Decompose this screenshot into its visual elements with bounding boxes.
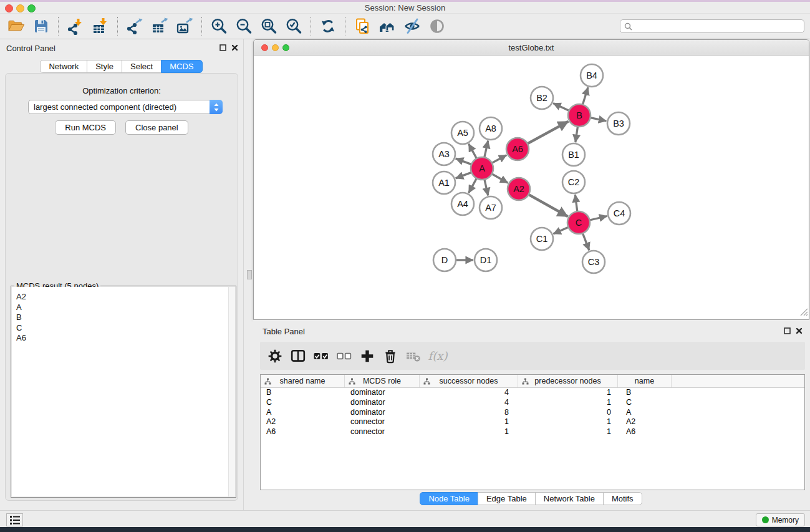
zoom-in-button[interactable] — [206, 16, 231, 37]
table-cell[interactable]: connector — [345, 417, 420, 427]
float-table-panel-icon[interactable] — [784, 327, 791, 334]
graph-node-C[interactable]: C — [567, 211, 590, 234]
result-item-a[interactable]: A — [16, 302, 235, 313]
export-table-button[interactable] — [147, 16, 172, 37]
float-panel-icon[interactable] — [219, 44, 226, 51]
graph-edge-B-B1[interactable] — [576, 127, 578, 142]
close-table-panel-icon[interactable] — [796, 327, 803, 334]
graph-node-C1[interactable]: C1 — [531, 228, 553, 250]
refresh-button[interactable] — [316, 16, 340, 37]
new-network-from-selection-button[interactable] — [350, 16, 375, 37]
table-cell[interactable]: 1 — [518, 388, 618, 398]
network-canvas[interactable]: B4B2BB3A5A8A6B1A3AA1C2A2A4A7C4CC1C3DD1 — [254, 56, 809, 319]
graph-node-B[interactable]: B — [568, 104, 591, 127]
import-table-button[interactable] — [88, 16, 113, 37]
table-cell[interactable]: 1 — [518, 398, 618, 408]
open-session-button[interactable] — [4, 16, 29, 37]
table-cell[interactable]: C — [261, 398, 345, 408]
graph-edge-C-C4[interactable] — [590, 216, 607, 221]
table-cell[interactable]: 1 — [420, 427, 518, 437]
select-all-columns-button[interactable] — [312, 347, 330, 365]
graph-edge-C-C2[interactable] — [575, 195, 577, 211]
graph-node-A1[interactable]: A1 — [433, 172, 455, 194]
delete-table-button[interactable] — [404, 347, 423, 365]
graph-node-B3[interactable]: B3 — [607, 112, 630, 135]
table-cell[interactable]: 4 — [420, 388, 518, 398]
table-cell[interactable]: 1 — [518, 417, 618, 427]
graph-edge-A-A8[interactable] — [485, 141, 488, 158]
tab-network[interactable]: Network — [40, 60, 87, 73]
function-builder-button[interactable]: f(x) — [427, 347, 446, 365]
graph-edge-A-A6[interactable] — [492, 155, 507, 163]
zoom-fit-button[interactable] — [256, 16, 281, 37]
graph-node-B2[interactable]: B2 — [531, 87, 553, 109]
table-row[interactable]: Adominator80A — [261, 408, 804, 418]
tab-select[interactable]: Select — [122, 60, 162, 73]
result-item-b[interactable]: B — [16, 312, 235, 323]
graph-node-A[interactable]: A — [471, 157, 493, 180]
graph-edge-A-A7[interactable] — [485, 180, 488, 196]
table-row[interactable]: A2connector11A2 — [261, 417, 804, 427]
graph-node-A5[interactable]: A5 — [451, 122, 474, 144]
tab-edge-table[interactable]: Edge Table — [478, 492, 536, 505]
table-cell[interactable]: connector — [345, 427, 420, 437]
table-cell[interactable]: dominator — [345, 398, 420, 408]
export-network-button[interactable] — [122, 16, 147, 37]
table-row[interactable]: A6connector11A6 — [261, 427, 804, 437]
table-cell[interactable]: 8 — [420, 408, 518, 418]
graph-node-A7[interactable]: A7 — [480, 196, 502, 219]
graph-edge-A-A2[interactable] — [492, 174, 508, 183]
graph-node-B1[interactable]: B1 — [562, 143, 585, 166]
graph-edge-B-B3[interactable] — [591, 118, 607, 121]
import-network-button[interactable] — [63, 16, 88, 37]
table-cell[interactable]: B — [618, 388, 672, 398]
table-cell[interactable]: B — [261, 388, 345, 398]
table-cell[interactable]: 1 — [518, 427, 618, 437]
zoom-out-button[interactable] — [231, 16, 256, 37]
graph-node-C3[interactable]: C3 — [582, 251, 605, 273]
tab-style[interactable]: Style — [87, 60, 122, 73]
graph-node-B4[interactable]: B4 — [581, 64, 603, 87]
table-header-name[interactable]: name — [618, 375, 672, 387]
result-scrollbar[interactable] — [228, 287, 235, 496]
graph-edge-A-A4[interactable] — [469, 178, 477, 193]
search-input[interactable] — [635, 22, 800, 31]
table-cell[interactable]: 4 — [420, 398, 518, 408]
graph-node-A2[interactable]: A2 — [508, 178, 530, 200]
show-columns-button[interactable] — [289, 347, 307, 365]
tab-motifs[interactable]: Motifs — [603, 492, 642, 505]
tab-node-table[interactable]: Node Table — [420, 492, 478, 505]
table-settings-button[interactable] — [266, 347, 284, 365]
graph-node-D1[interactable]: D1 — [475, 249, 497, 271]
graph-node-C4[interactable]: C4 — [608, 202, 630, 225]
result-item-c[interactable]: C — [16, 323, 235, 334]
table-cell[interactable]: 1 — [420, 417, 518, 427]
show-all-button[interactable] — [425, 16, 450, 37]
graph-edge-A6-B[interactable] — [528, 122, 569, 144]
hide-selected-button[interactable] — [400, 16, 425, 37]
graph-node-A6[interactable]: A6 — [506, 138, 529, 160]
vertical-splitter-handle[interactable] — [247, 270, 252, 279]
deselect-all-columns-button[interactable] — [335, 347, 354, 365]
graph-node-A8[interactable]: A8 — [480, 117, 502, 140]
add-column-button[interactable] — [358, 347, 377, 365]
graph-node-A4[interactable]: A4 — [451, 193, 474, 215]
graph-node-A3[interactable]: A3 — [433, 143, 455, 165]
result-item-a6[interactable]: A6 — [16, 333, 235, 344]
save-session-button[interactable] — [29, 16, 54, 37]
table-cell[interactable]: dominator — [345, 408, 420, 418]
result-item-a2[interactable]: A2 — [16, 292, 235, 302]
first-neighbors-button[interactable] — [375, 16, 400, 37]
resize-grip[interactable] — [800, 307, 808, 319]
table-header-mcds-role[interactable]: MCDS role — [345, 375, 420, 387]
table-header-successor-nodes[interactable]: successor nodes — [420, 375, 518, 387]
graph-node-C2[interactable]: C2 — [562, 171, 585, 193]
task-history-button[interactable] — [6, 513, 23, 526]
delete-columns-button[interactable] — [381, 347, 400, 365]
table-cell[interactable]: dominator — [345, 388, 420, 398]
table-cell[interactable]: C — [618, 398, 672, 408]
table-row[interactable]: Bdominator41B — [261, 388, 804, 398]
table-cell[interactable]: A — [261, 408, 345, 418]
graph-edge-A-A3[interactable] — [456, 158, 472, 165]
graph-edge-B-B4[interactable] — [582, 87, 588, 105]
